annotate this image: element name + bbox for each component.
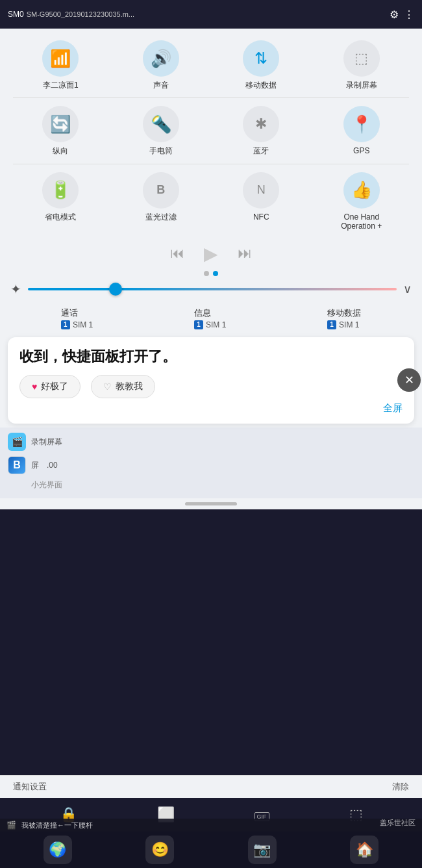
- sim-row: 通话 1 SIM 1 信息 1 SIM 1 移动数据 1 SIM 1: [0, 302, 422, 333]
- one-hand-icon-wrap: 👍: [343, 172, 380, 209]
- notification-card: ✕ 收到，快捷面板打开了。 ♥ 好极了 ♡ 教教我 全屏: [8, 337, 414, 424]
- more-icon[interactable]: ⋮: [404, 8, 414, 21]
- wifi-icon: 📶: [50, 49, 71, 69]
- brightness-expand-button[interactable]: ∨: [403, 282, 412, 296]
- floating-bixby: B 屏 .00: [8, 453, 414, 477]
- sim-call-title: 通话: [61, 307, 78, 319]
- qs-power-save[interactable]: 🔋 省电模式: [18, 172, 103, 231]
- qs-screen-record[interactable]: ⬚ 录制屏幕: [319, 40, 404, 90]
- floating-extra: 小光界面: [8, 477, 414, 493]
- one-hand-icon: 👍: [351, 180, 372, 200]
- blue-filter-icon: B: [156, 183, 165, 197]
- notification-title: 收到，快捷面板打开了。: [19, 348, 403, 366]
- like-label: 好极了: [41, 381, 68, 392]
- qs-gps-label: GPS: [353, 146, 369, 155]
- status-bar: SM0 SM-G9500_20190123230035.m... ⚙ ⋮: [0, 0, 422, 29]
- sim-data-num: 1: [327, 320, 336, 329]
- qs-bluetooth[interactable]: ✱ 蓝牙: [219, 106, 303, 155]
- record-icon: 🎬: [8, 433, 26, 451]
- media-player: ⏮ ▶ ⏭: [0, 236, 422, 271]
- media-prev-button[interactable]: ⏮: [170, 245, 184, 262]
- status-left: SM0 SM-G9500_20190123230035.m...: [8, 10, 134, 19]
- dock-item-3[interactable]: 📷: [248, 836, 277, 864]
- sound-icon-wrap: 🔊: [143, 40, 179, 77]
- brightness-row: ✦ ∨: [0, 276, 422, 302]
- notification-close-button[interactable]: ✕: [397, 368, 421, 392]
- scroll-handle[interactable]: [185, 502, 237, 505]
- qs-sound[interactable]: 🔊 声音: [119, 40, 203, 90]
- qs-blue-filter[interactable]: B 蓝光过滤: [119, 172, 203, 231]
- qs-power-save-label: 省电模式: [45, 212, 76, 222]
- sound-icon: 🔊: [151, 49, 171, 69]
- sim-sms[interactable]: 信息 1 SIM 1: [194, 307, 226, 329]
- bixby-amount: .00: [47, 461, 58, 470]
- ticker-text: 我被清楚撞←一下腰杆: [21, 821, 93, 830]
- ticker-icon: 🎬: [6, 821, 16, 830]
- gear-icon[interactable]: ⚙: [390, 8, 399, 21]
- notification-like-button[interactable]: ♥ 好极了: [19, 375, 81, 398]
- quick-settings: 📶 李二凉面1 🔊 声音 ⇅ 移动数据 ⬚ 录制屏幕: [0, 29, 422, 236]
- qs-wifi[interactable]: 📶 李二凉面1: [18, 40, 103, 90]
- qs-gps[interactable]: 📍 GPS: [319, 106, 404, 155]
- record-label: 录制屏幕: [31, 437, 62, 448]
- power-save-icon-wrap: 🔋: [42, 172, 79, 209]
- brightness-slider[interactable]: [28, 288, 397, 290]
- sim-call-label: SIM 1: [73, 320, 93, 329]
- clear-button[interactable]: 清除: [392, 781, 409, 793]
- qs-divider-1: [13, 97, 409, 98]
- qs-sound-label: 声音: [153, 81, 169, 90]
- brightness-thumb[interactable]: [109, 283, 122, 296]
- qs-mobile-data[interactable]: ⇅ 移动数据: [219, 40, 303, 90]
- dock-item-4[interactable]: 🏠: [350, 836, 379, 864]
- dot-2: [213, 271, 218, 276]
- qs-row-3: 🔋 省电模式 B 蓝光过滤 N NFC 👍 One HandO: [0, 167, 422, 236]
- power-save-icon: 🔋: [50, 180, 71, 200]
- sim-data-label: SIM 1: [339, 320, 359, 329]
- sim-data-title: 移动数据: [327, 307, 361, 319]
- qs-one-hand[interactable]: 👍 One HandOperation +: [319, 172, 404, 231]
- qs-nfc[interactable]: N NFC: [219, 172, 303, 231]
- flashlight-icon: 🔦: [151, 114, 171, 134]
- sim-sms-title: 信息: [194, 307, 211, 319]
- qs-screen-record-label: 录制屏幕: [346, 81, 377, 90]
- sim-data[interactable]: 移动数据 1 SIM 1: [327, 307, 361, 329]
- dock-item-2[interactable]: 😊: [145, 836, 174, 864]
- qs-wifi-label: 李二凉面1: [43, 81, 79, 90]
- qs-rotation[interactable]: 🔄 纵向: [18, 106, 103, 155]
- qs-flashlight-label: 手电筒: [149, 146, 173, 155]
- gps-icon: 📍: [351, 114, 372, 134]
- dock-item-1[interactable]: 🌍: [43, 836, 72, 864]
- qs-nfc-label: NFC: [253, 212, 269, 222]
- qs-blue-filter-label: 蓝光过滤: [145, 212, 177, 222]
- flashlight-icon-wrap: 🔦: [143, 106, 179, 142]
- notification-actions: ♥ 好极了 ♡ 教教我: [19, 375, 403, 398]
- media-play-button[interactable]: ▶: [204, 243, 218, 264]
- sim-call-badge: 1 SIM 1: [61, 320, 93, 329]
- mobile-data-icon: ⇅: [254, 49, 267, 68]
- nfc-icon-wrap: N: [243, 172, 279, 209]
- media-next-button[interactable]: ⏭: [238, 245, 252, 262]
- bluetooth-icon-wrap: ✱: [243, 106, 279, 142]
- sim-sms-badge: 1 SIM 1: [194, 320, 226, 329]
- watermark: 盖乐世社区: [380, 818, 416, 828]
- floating-area: 🎬 录制屏幕 B 屏 .00 小光界面: [0, 428, 422, 498]
- floating-record: 🎬 录制屏幕: [8, 430, 414, 453]
- extra-label: 小光界面: [31, 479, 62, 491]
- rotation-icon-wrap: 🔄: [42, 106, 79, 142]
- bixby-label: 屏: [31, 460, 39, 471]
- fullscreen-button[interactable]: 全屏: [19, 398, 403, 415]
- qs-flashlight[interactable]: 🔦 手电筒: [119, 106, 203, 155]
- screen-record-icon: ⬚: [354, 50, 368, 67]
- bottom-bar: 通知设置 清除: [0, 775, 422, 798]
- dot-1: [204, 271, 209, 276]
- heart-outline-icon: ♡: [103, 381, 112, 392]
- blue-filter-icon-wrap: B: [143, 172, 179, 209]
- notification-help-button[interactable]: ♡ 教教我: [91, 375, 155, 398]
- qs-bluetooth-label: 蓝牙: [253, 146, 269, 155]
- sim-sms-num: 1: [194, 320, 203, 329]
- qs-row-1: 📶 李二凉面1 🔊 声音 ⇅ 移动数据 ⬚ 录制屏幕: [0, 35, 422, 95]
- rotation-icon: 🔄: [50, 114, 71, 134]
- sim-call[interactable]: 通话 1 SIM 1: [61, 307, 93, 329]
- screen-record-icon-wrap: ⬚: [343, 40, 380, 77]
- notif-settings-button[interactable]: 通知设置: [13, 781, 47, 793]
